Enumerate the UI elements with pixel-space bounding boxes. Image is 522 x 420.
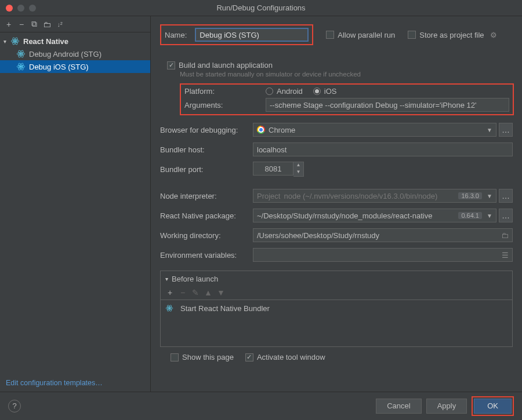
tree-item-debug-ios[interactable]: Debug iOS (STG) (0, 60, 150, 73)
react-native-icon (165, 304, 173, 312)
store-project-checkbox[interactable]: Store as project file ⚙ (408, 31, 496, 39)
activate-tool-checkbox[interactable]: ✓ Activate tool window (245, 353, 325, 361)
node-prefix: Project (257, 192, 280, 200)
step-down-icon[interactable]: ▼ (293, 169, 303, 176)
node-more-button[interactable]: … (499, 189, 513, 203)
react-native-icon (16, 49, 26, 59)
chevron-down-icon: ▾ (3, 38, 10, 45)
help-button[interactable]: ? (8, 400, 21, 412)
before-launch-title: Before launch (172, 275, 218, 283)
task-label: Start React Native Bundler (180, 304, 270, 313)
bundler-port-label: Bundler port: (160, 165, 253, 174)
edit-templates-link[interactable]: Edit configuration templates… (0, 374, 150, 392)
edit-icon[interactable]: ✎ (191, 288, 200, 297)
platform-label: Platform: (184, 87, 266, 96)
sidebar: + − ⧉ 🗀 ↓² ▾ React Native Debug Android … (0, 16, 151, 392)
titlebar: Run/Debug Configurations (0, 0, 522, 16)
list-icon[interactable]: ☰ (502, 251, 509, 260)
browser-more-button[interactable]: … (499, 123, 513, 137)
platform-android-radio[interactable]: Android (266, 87, 303, 96)
tree-item-label: Debug iOS (STG) (29, 63, 89, 71)
env-label: Environment variables: (160, 251, 253, 260)
gear-icon[interactable]: ⚙ (490, 31, 497, 39)
browser-select[interactable]: Chrome ▼ (253, 123, 496, 137)
build-launch-checkbox[interactable]: ✓ Build and launch application (167, 61, 273, 70)
bundler-port-input[interactable] (253, 162, 293, 176)
react-native-icon (10, 36, 20, 46)
checkbox-label: Build and launch application (179, 61, 273, 70)
add-icon[interactable]: + (165, 288, 175, 297)
svg-point-0 (14, 41, 16, 42)
checkbox-label: Show this page (182, 353, 234, 361)
show-page-checkbox[interactable]: Show this page (171, 353, 234, 361)
radio-label: Android (277, 87, 303, 96)
workdir-input[interactable]: /Users/sohee/Desktop/Study/rnstudy 🗀 (253, 228, 513, 242)
allow-parallel-checkbox[interactable]: Allow parallel run (326, 31, 395, 39)
name-input[interactable] (195, 28, 309, 42)
sidebar-toolbar: + − ⧉ 🗀 ↓² (0, 16, 150, 32)
env-input[interactable]: ☰ (253, 248, 513, 262)
step-up-icon[interactable]: ▲ (293, 162, 303, 169)
main-panel: Name: Allow parallel run Store as projec… (151, 16, 522, 392)
arguments-label: Arguments: (184, 101, 266, 109)
checkbox-label: Store as project file (419, 31, 484, 39)
tree-parent-label: React Native (23, 37, 68, 46)
select-value: Chrome (269, 126, 295, 134)
rn-pkg-more-button[interactable]: … (499, 209, 513, 222)
copy-icon[interactable]: ⧉ (29, 19, 39, 30)
before-launch-task[interactable]: Start React Native Bundler (165, 302, 507, 314)
chrome-icon (257, 126, 265, 134)
remove-icon[interactable]: − (16, 19, 27, 30)
checkbox-icon: ✓ (167, 61, 175, 70)
remove-icon[interactable]: − (178, 288, 187, 297)
checkbox-icon: ✓ (245, 353, 253, 361)
svg-point-12 (169, 308, 170, 309)
port-stepper[interactable]: ▲ ▼ (293, 162, 304, 177)
before-launch-header[interactable]: ▾ Before launch (161, 271, 512, 287)
tree-parent-react-native[interactable]: ▾ React Native (0, 35, 150, 48)
ok-button[interactable]: OK (474, 399, 512, 414)
ok-highlight: OK (472, 396, 514, 416)
node-label: Node interpreter: (160, 192, 253, 200)
rn-pkg-version-tag: 0.64.1 (458, 212, 482, 219)
chevron-down-icon: ▼ (487, 213, 492, 219)
rn-pkg-label: React Native package: (160, 211, 253, 220)
rn-pkg-value: ~/Desktop/Study/rnstudy/node_modules/rea… (257, 211, 432, 220)
browser-label: Browser for debugging: (160, 126, 253, 134)
add-icon[interactable]: + (3, 19, 14, 30)
platform-ios-radio[interactable]: iOS (313, 87, 337, 96)
svg-point-8 (20, 66, 22, 68)
bundler-host-input[interactable] (253, 143, 513, 156)
apply-button[interactable]: Apply (426, 399, 467, 414)
folder-icon[interactable]: 🗀 (42, 19, 52, 30)
chevron-down-icon: ▾ (165, 276, 168, 282)
up-icon[interactable]: ▲ (204, 288, 213, 297)
name-label: Name: (165, 31, 195, 39)
arguments-input[interactable] (266, 98, 509, 112)
config-tree: ▾ React Native Debug Android (STG) Debug… (0, 32, 150, 374)
workdir-label: Working directory: (160, 231, 253, 240)
tree-item-debug-android[interactable]: Debug Android (STG) (0, 48, 150, 60)
tree-item-label: Debug Android (STG) (29, 50, 102, 59)
down-icon[interactable]: ▼ (216, 288, 226, 297)
bundler-host-label: Bundler host: (160, 145, 253, 154)
cancel-button[interactable]: Cancel (376, 399, 421, 414)
checkbox-icon (171, 353, 179, 361)
before-launch-toolbar: + − ✎ ▲ ▼ (161, 287, 512, 300)
checkbox-icon (326, 31, 334, 39)
chevron-down-icon: ▼ (487, 193, 492, 199)
sort-icon[interactable]: ↓² (55, 19, 65, 30)
rn-pkg-select[interactable]: ~/Desktop/Study/rnstudy/node_modules/rea… (253, 209, 496, 222)
name-highlight: Name: (160, 24, 313, 45)
workdir-value: /Users/sohee/Desktop/Study/rnstudy (257, 231, 379, 240)
checkbox-label: Allow parallel run (338, 31, 395, 39)
folder-icon[interactable]: 🗀 (501, 231, 509, 240)
node-version-tag: 16.3.0 (458, 192, 482, 199)
checkbox-label: Activate tool window (257, 353, 325, 361)
node-path: node (~/.nvm/versions/node/v16.3.0/bin/n… (284, 192, 437, 200)
radio-icon (313, 87, 321, 95)
before-launch-section: ▾ Before launch + − ✎ ▲ ▼ Start React Na… (160, 271, 513, 347)
react-native-icon (16, 62, 26, 71)
radio-icon (266, 87, 273, 95)
node-select[interactable]: Project node (~/.nvm/versions/node/v16.3… (253, 189, 496, 203)
